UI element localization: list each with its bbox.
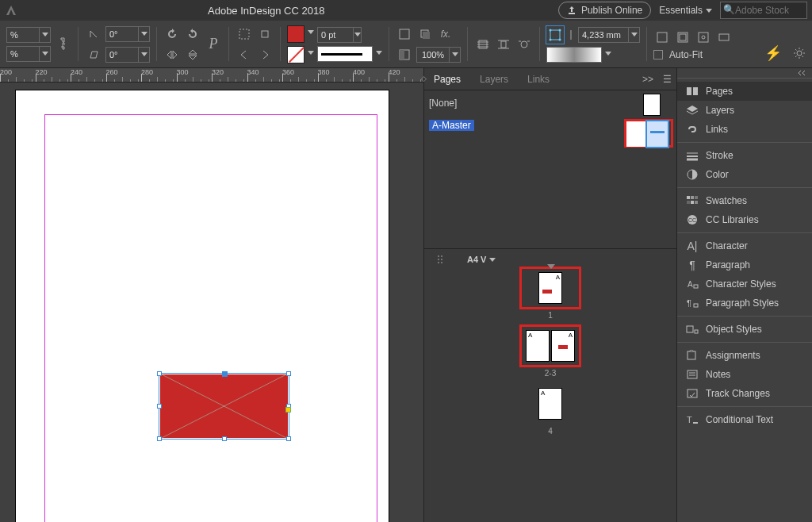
page-2-thumb[interactable]: A — [526, 330, 550, 362]
settings-gear-icon[interactable] — [793, 47, 806, 59]
flip-v-icon[interactable] — [184, 46, 201, 63]
panel-paragraph-styles[interactable]: ¶Paragraph Styles — [677, 294, 812, 313]
select-content-icon[interactable] — [256, 25, 274, 43]
live-corner-handle[interactable] — [285, 407, 291, 413]
panel-swatches[interactable]: Swatches — [677, 191, 812, 210]
link-proportions-icon[interactable] — [54, 36, 71, 53]
handle-nw[interactable] — [157, 371, 162, 376]
select-container-icon[interactable] — [236, 25, 253, 43]
page-1-label: 1 — [429, 311, 672, 320]
drop-shadow-icon[interactable] — [416, 25, 434, 43]
workspace-label: Essentials — [659, 5, 703, 16]
tab-links[interactable]: Links — [523, 69, 554, 90]
panel-conditional-text[interactable]: TConditional Text — [677, 410, 812, 429]
wrap-bb-icon[interactable] — [495, 36, 512, 53]
none-master[interactable]: [None] — [429, 98, 457, 109]
handle-s[interactable] — [222, 436, 227, 441]
y-scale-field[interactable] — [6, 46, 51, 62]
master-right-page[interactable] — [647, 121, 668, 147]
panel-layers[interactable]: Layers — [677, 101, 812, 120]
panel-color[interactable]: Color — [677, 165, 812, 184]
panel-stroke[interactable]: Stroke — [677, 146, 812, 165]
shear-field[interactable] — [105, 47, 150, 63]
svg-rect-6 — [400, 50, 404, 59]
selected-frame[interactable] — [159, 373, 289, 439]
handle-sw[interactable] — [157, 436, 162, 441]
horizontal-ruler: 200 220 240 260 280 300 320 340 360 380 … — [0, 68, 423, 83]
dim-link-icon[interactable] — [567, 29, 575, 41]
stroke-style[interactable] — [317, 46, 373, 62]
control-bar: P fx. — [0, 21, 812, 68]
page-size-dropdown[interactable]: A4 V — [467, 255, 496, 264]
dimension-field[interactable] — [578, 27, 640, 43]
panel-menu-icon[interactable]: ☰ — [663, 74, 672, 85]
page-3-thumb[interactable]: A — [551, 330, 575, 362]
svg-point-32 — [441, 255, 442, 257]
cc-icon: CC — [685, 214, 699, 225]
svg-rect-4 — [423, 32, 430, 39]
panel-notes[interactable]: Notes — [677, 365, 812, 384]
fit-content-icon[interactable] — [653, 29, 671, 46]
handle-se[interactable] — [286, 436, 291, 441]
canvas-area[interactable]: 200 220 240 260 280 300 320 340 360 380 … — [0, 68, 423, 522]
panel-assignments[interactable]: Assignments — [677, 346, 812, 365]
gpu-icon[interactable]: ⚡ — [764, 44, 782, 62]
doc-pages-list: A4 V A 1 A A 2-3 A 4 — [424, 249, 676, 522]
fill-swatch[interactable] — [287, 25, 304, 43]
panel-character-styles[interactable]: ACharacter Styles — [677, 274, 812, 294]
svg-point-31 — [438, 255, 439, 257]
rotation-field[interactable] — [105, 26, 150, 42]
page-4-wrap: A — [533, 382, 568, 425]
panel-collapse-icon[interactable]: >> — [642, 74, 653, 85]
stroke-swatch-none[interactable] — [287, 46, 304, 63]
resize-grip-icon[interactable] — [437, 254, 443, 265]
tab-layers[interactable]: Layers — [475, 69, 513, 90]
page-4-thumb[interactable]: A — [538, 388, 562, 420]
expand-panels-icon[interactable] — [798, 70, 807, 76]
select-prev-icon[interactable] — [236, 46, 253, 63]
fit-prop-icon[interactable] — [715, 29, 733, 46]
handle-ne[interactable] — [286, 371, 291, 376]
a-master[interactable]: A-Master — [429, 120, 474, 131]
center-content-icon[interactable] — [695, 29, 712, 46]
document-page[interactable] — [16, 90, 389, 522]
upload-icon — [567, 6, 576, 15]
stroke-weight-field[interactable] — [317, 27, 362, 43]
bounds-icon[interactable] — [546, 26, 564, 44]
transform-point-icon[interactable]: P — [205, 36, 222, 53]
svg-rect-56 — [695, 330, 698, 333]
x-scale-field[interactable] — [6, 27, 51, 43]
panel-links[interactable]: Links — [677, 120, 812, 139]
select-next-icon[interactable] — [256, 46, 274, 63]
panel-pages[interactable]: Pages — [677, 82, 812, 101]
none-master-thumb[interactable] — [643, 94, 661, 116]
panel-cc-libraries[interactable]: CCCC Libraries — [677, 210, 812, 229]
wrap-shape-icon[interactable] — [515, 36, 533, 53]
workspace-switcher[interactable]: Essentials — [659, 5, 712, 16]
master-thumb-highlight — [624, 119, 673, 148]
rotate-ccw-icon[interactable] — [163, 25, 181, 43]
opacity-icon[interactable] — [396, 46, 413, 63]
publish-online-button[interactable]: Publish Online — [558, 2, 651, 19]
fit-frame-icon[interactable] — [674, 29, 691, 46]
page-1-thumb[interactable]: A — [538, 272, 562, 304]
svg-text:CC: CC — [688, 217, 696, 223]
svg-rect-11 — [501, 41, 506, 48]
panel-object-styles[interactable]: Object Styles — [677, 320, 812, 339]
master-left-page[interactable] — [626, 121, 647, 147]
autofit-toggle[interactable]: Auto-Fit — [653, 49, 733, 60]
wrap-none-icon[interactable] — [474, 36, 492, 53]
handle-w[interactable] — [157, 404, 162, 409]
svg-text:A: A — [688, 280, 693, 289]
panel-paragraph[interactable]: ¶Paragraph — [677, 255, 812, 274]
flip-h-icon[interactable] — [163, 46, 181, 63]
panel-character[interactable]: A|Character — [677, 236, 812, 255]
panel-track-changes[interactable]: Track Changes — [677, 384, 812, 403]
tab-pages[interactable]: Pages — [429, 69, 465, 90]
gradient-swatch[interactable] — [546, 47, 602, 63]
zoom-field[interactable] — [416, 47, 461, 63]
fx-icon[interactable]: fx. — [437, 25, 454, 43]
rotate-cw-icon[interactable] — [184, 25, 201, 43]
corner-options-icon[interactable] — [396, 25, 413, 43]
rotation-handle[interactable] — [222, 371, 228, 377]
